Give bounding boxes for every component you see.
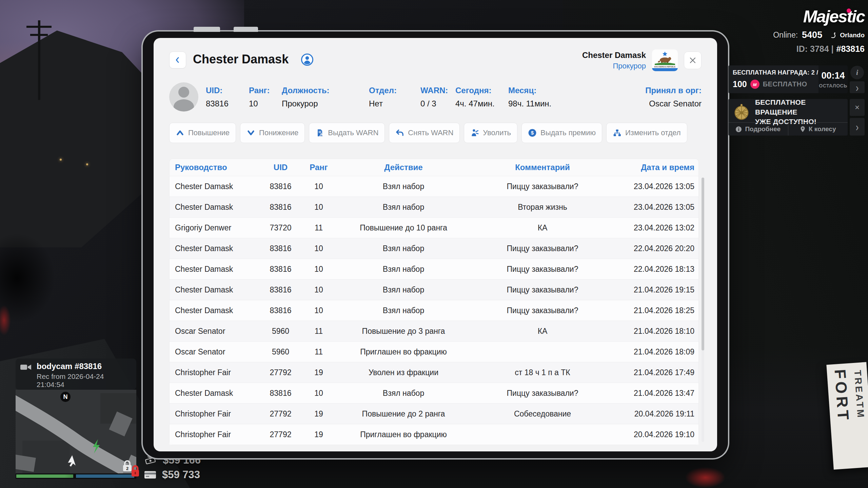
info-value: Нет — [369, 99, 420, 108]
warn-doc-icon — [315, 128, 324, 137]
info-field: Сегодня:4ч. 47мин. — [455, 86, 508, 108]
table-header-row: РуководствоUIDРангДействиеКомментарийДат… — [169, 159, 699, 176]
cell-datetime: 22.04.2026 18:13 — [610, 265, 699, 274]
info-icon — [735, 126, 742, 133]
close-button[interactable] — [684, 52, 702, 69]
cell-action: Приглашен во фракцию — [332, 347, 475, 357]
tablet-device: Chester Damask Chester Damask Прокурор — [143, 32, 728, 458]
dollar-coin-icon: $ — [528, 128, 537, 137]
info-field: UID:83816 — [206, 86, 249, 108]
cell-rank: 10 — [305, 389, 332, 398]
timer-label: ОСТАЛОСЬ — [819, 83, 847, 88]
action-label: Изменить отдел — [625, 128, 681, 137]
member-info-fields: UID:83816Ранг:10Должность:ПрокурорОтдел:… — [206, 86, 702, 108]
demote-button[interactable]: Понижение — [240, 123, 305, 143]
chevron-up-icon — [176, 128, 184, 137]
majestic-coin-icon: м — [750, 80, 760, 89]
free-spin-panel: БЕСПЛАТНОЕ ВРАЩЕНИЕ УЖЕ ДОСТУПНО! Подроб… — [728, 99, 848, 136]
faction-panel: Chester Damask Chester Damask Прокурор — [154, 38, 717, 451]
health-bar — [16, 474, 73, 478]
column-header: UID — [256, 163, 305, 172]
bodycam-rec-line: Rec from 2026-04-24 21:04:54 — [37, 372, 132, 389]
cell-uid: 83816 — [256, 285, 305, 294]
info-field: Ранг:10 — [249, 86, 282, 108]
info-field: Отдел:Нет — [369, 86, 420, 108]
cell-leader: Chester Damask — [170, 306, 256, 315]
cell-datetime: 21.04.2026 18:09 — [610, 347, 699, 357]
cell-datetime: 21.04.2026 13:47 — [610, 389, 699, 398]
change-department-button[interactable]: Изменить отдел — [606, 123, 687, 143]
info-field: Месяц:98ч. 11мин. — [508, 86, 576, 108]
spin-actions: Подробнее К колесу — [728, 122, 848, 136]
majestic-logo: Majestic — [803, 7, 865, 26]
cell-action: Взял набор — [332, 265, 475, 274]
table-row: Christopher Fair2779219Уволен из фракции… — [170, 362, 698, 383]
cell-comment: Пиццу заказывали? — [475, 306, 610, 315]
info-label: Месяц: — [508, 86, 576, 95]
cell-rank: 10 — [305, 306, 332, 315]
cell-action: Взял набор — [332, 285, 475, 294]
cell-uid: 83816 — [256, 203, 305, 212]
reward-next-button[interactable]: › — [850, 81, 865, 93]
cell-comment: КА — [475, 223, 610, 232]
page-title: Chester Damask — [193, 52, 289, 66]
table-row: Christopher Fair2779219Приглашен во фрак… — [170, 424, 698, 445]
back-button[interactable] — [169, 52, 186, 68]
remove-warn-button[interactable]: Снять WARN — [389, 123, 460, 143]
cell-comment: Пиццу заказывали? — [475, 389, 610, 398]
info-label: Сегодня: — [455, 86, 508, 95]
spin-line1: БЕСПЛАТНОЕ ВРАЩЕНИЕ — [755, 98, 843, 117]
fortune-wheel-icon — [733, 103, 750, 121]
give-warn-button[interactable]: Выдать WARN — [309, 123, 385, 143]
viewer-identity: Chester Damask Прокурор — [582, 49, 702, 71]
spin-next-button[interactable]: › — [850, 118, 865, 136]
cell-comment: Пиццу заказывали? — [475, 285, 610, 294]
cell-datetime: 20.04.2026 19:11 — [610, 409, 699, 419]
status-bars — [16, 473, 136, 479]
table-scrollbar-thumb[interactable] — [702, 178, 704, 350]
cell-leader: Chester Damask — [170, 244, 256, 253]
map-pin-icon — [800, 126, 806, 133]
org-chart-icon — [613, 128, 622, 137]
online-label: Online: — [773, 30, 798, 40]
spin-close-button[interactable]: × — [850, 99, 865, 116]
viewer-name: Chester Damask — [582, 50, 646, 60]
to-wheel-button[interactable]: К колесу — [788, 123, 848, 136]
table-row: Chester Damask8381610Взял наборПиццу зак… — [170, 300, 698, 321]
promote-button[interactable]: Повышение — [169, 123, 236, 143]
game-screen: FORT TREATM $59 166 $59 733 Chester Dama… — [0, 0, 868, 488]
details-button[interactable]: Подробнее — [728, 123, 788, 136]
panel-header: Chester Damask Chester Damask Прокурор — [169, 49, 702, 71]
give-bonus-button[interactable]: $Выдать премию — [521, 123, 602, 143]
cell-uid: 83816 — [256, 306, 305, 315]
member-info-row: UID:83816Ранг:10Должность:ПрокурорОтдел:… — [169, 81, 702, 113]
cell-uid: 83816 — [256, 244, 305, 253]
cell-rank: 19 — [305, 409, 332, 419]
table-row: Chester Damask8381610Взял наборПиццу зак… — [170, 383, 698, 404]
cell-leader: Christopher Fair — [170, 409, 256, 419]
info-label: WARN: — [420, 86, 455, 95]
info-value: 98ч. 11мин. — [508, 99, 576, 108]
bodycam-text: bodycam #83816 Rec from 2026-04-24 21:04… — [37, 362, 132, 387]
fire-button[interactable]: Уволить — [464, 123, 517, 143]
action-label: Уволить — [483, 128, 511, 137]
reward-info-button[interactable]: i — [850, 66, 864, 79]
cell-action: Взял набор — [332, 203, 475, 212]
column-header: Руководство — [170, 163, 256, 172]
info-value: 4ч. 47мин. — [455, 99, 508, 108]
cell-datetime: 23.04.2026 13:02 — [610, 223, 699, 232]
timer-value: 00:14 — [821, 70, 845, 81]
person-badge-icon — [301, 53, 314, 66]
info-value: 10 — [249, 99, 282, 108]
player-id: ID: 3784 |#83816 — [796, 44, 865, 54]
info-label: Принял в орг: — [645, 86, 702, 95]
cell-rank: 10 — [305, 265, 332, 274]
cell-leader: Chester Damask — [170, 389, 256, 398]
table-body: Chester Damask8381610Взял наборПиццу зак… — [169, 176, 699, 445]
info-field: WARN:0 / 3 — [420, 86, 455, 108]
id-number: ID: 3784 | — [796, 44, 834, 54]
viewer-role: Прокурор — [582, 62, 646, 70]
cell-leader: Christopher Fair — [170, 430, 256, 439]
cell-rank: 10 — [305, 182, 332, 191]
action-label: Выдать WARN — [328, 128, 378, 137]
